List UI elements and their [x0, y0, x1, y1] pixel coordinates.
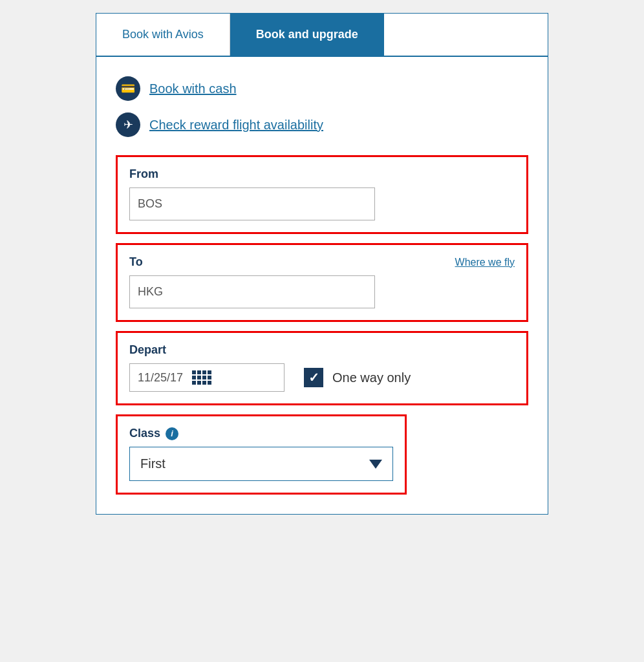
tab-bar: Book with Avios Book and upgrade: [96, 14, 548, 56]
class-section: Class i First: [116, 414, 407, 495]
cash-icon: 💳: [116, 76, 140, 101]
depart-row: 11/25/17 ✓ One way only: [129, 363, 515, 392]
to-input[interactable]: [129, 275, 375, 308]
plane-icon: ✈: [116, 112, 140, 137]
where-we-fly-label: Where we fly: [455, 257, 515, 268]
tab-avios-label: Book with Avios: [122, 28, 204, 41]
reward-flight-label: Check reward flight availability: [149, 118, 323, 133]
tab-upgrade-label: Book and upgrade: [256, 28, 358, 41]
book-cash-label: Book with cash: [149, 81, 237, 96]
book-with-cash-link[interactable]: 💳 Book with cash: [116, 76, 528, 101]
info-icon[interactable]: i: [166, 427, 178, 440]
depart-date-input[interactable]: 11/25/17: [129, 363, 284, 392]
class-select[interactable]: First: [129, 447, 393, 481]
booking-widget: Book with Avios Book and upgrade 💳 Book …: [96, 13, 548, 515]
from-section: From: [116, 155, 528, 234]
tab-book-with-avios[interactable]: Book with Avios: [96, 14, 230, 56]
one-way-label: One way only: [332, 370, 411, 385]
to-label: To Where we fly: [129, 255, 515, 269]
checkmark-icon: ✓: [308, 371, 319, 384]
one-way-checkbox[interactable]: ✓: [304, 368, 323, 387]
chevron-down-icon: [369, 460, 382, 469]
tab-book-and-upgrade[interactable]: Book and upgrade: [230, 14, 384, 56]
depart-section: Depart 11/25/17 ✓ One way only: [116, 331, 528, 405]
one-way-row: ✓ One way only: [304, 368, 411, 387]
calendar-icon: [192, 370, 211, 385]
to-section: To Where we fly: [116, 243, 528, 322]
body-content: 💳 Book with cash ✈ Check reward flight a…: [96, 56, 548, 514]
class-value: First: [140, 456, 166, 471]
from-input[interactable]: [129, 187, 375, 220]
depart-label: Depart: [129, 343, 515, 357]
where-we-fly-link[interactable]: Where we fly: [455, 257, 515, 268]
class-label: Class i: [129, 427, 393, 440]
from-label: From: [129, 167, 515, 181]
depart-date-value: 11/25/17: [138, 371, 183, 385]
quick-links: 💳 Book with cash ✈ Check reward flight a…: [116, 76, 528, 137]
reward-flight-link[interactable]: ✈ Check reward flight availability: [116, 112, 528, 137]
